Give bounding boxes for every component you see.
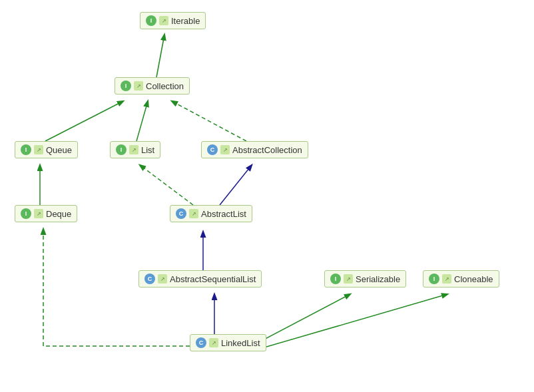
link-icon-list: ↗ [129, 145, 138, 154]
link-icon-cloneable: ↗ [442, 274, 451, 284]
badge-collection: I [121, 81, 131, 91]
diagram: I ↗ Iterable I ↗ Collection I ↗ Queue I … [0, 0, 534, 392]
badge-serializable: I [330, 274, 341, 284]
label-cloneable: Cloneable [454, 274, 493, 284]
arrows-svg [0, 0, 534, 392]
node-iterable: I ↗ Iterable [140, 12, 206, 29]
badge-queue: I [21, 144, 31, 155]
link-icon-abstractsequentiallist: ↗ [158, 274, 167, 284]
label-deque: Deque [46, 209, 71, 219]
svg-line-5 [140, 165, 193, 205]
svg-line-10 [260, 294, 447, 349]
label-collection: Collection [146, 81, 184, 91]
svg-line-6 [220, 165, 252, 205]
link-icon-iterable: ↗ [159, 16, 168, 25]
svg-line-2 [136, 101, 148, 141]
svg-line-3 [172, 101, 246, 141]
node-deque: I ↗ Deque [15, 205, 77, 222]
node-list: I ↗ List [110, 141, 160, 158]
node-collection: I ↗ Collection [115, 77, 190, 95]
label-linkedlist: LinkedList [221, 338, 260, 348]
link-icon-deque: ↗ [34, 209, 43, 218]
link-icon-abstractcollection: ↗ [220, 145, 230, 154]
label-queue: Queue [46, 145, 72, 155]
link-icon-serializable: ↗ [344, 274, 353, 284]
label-serializable: Serializable [356, 274, 400, 284]
label-list: List [141, 145, 154, 155]
badge-abstractsequentiallist: C [144, 274, 155, 284]
badge-deque: I [21, 208, 31, 219]
label-abstractlist: AbstractList [201, 209, 246, 219]
badge-linkedlist: C [196, 337, 206, 348]
label-abstractcollection: AbstractCollection [232, 145, 302, 155]
node-abstractlist: C ↗ AbstractList [170, 205, 252, 222]
badge-cloneable: I [429, 274, 439, 284]
node-abstractsequentiallist: C ↗ AbstractSequentialList [138, 270, 262, 288]
node-linkedlist: C ↗ LinkedList [190, 334, 266, 351]
link-icon-queue: ↗ [34, 145, 43, 154]
node-cloneable: I ↗ Cloneable [423, 270, 499, 288]
node-serializable: I ↗ Serializable [324, 270, 406, 288]
badge-iterable: I [146, 15, 156, 26]
badge-abstractcollection: C [207, 144, 218, 155]
node-abstractcollection: C ↗ AbstractCollection [201, 141, 308, 158]
link-icon-abstractlist: ↗ [189, 209, 198, 218]
link-icon-linkedlist: ↗ [209, 338, 218, 347]
label-iterable: Iterable [171, 16, 200, 26]
badge-list: I [116, 144, 127, 155]
svg-line-1 [45, 101, 123, 141]
svg-line-0 [156, 35, 164, 77]
badge-abstractlist: C [176, 208, 186, 219]
link-icon-collection: ↗ [134, 81, 143, 91]
node-queue: I ↗ Queue [15, 141, 78, 158]
label-abstractsequentiallist: AbstractSequentialList [170, 274, 256, 284]
